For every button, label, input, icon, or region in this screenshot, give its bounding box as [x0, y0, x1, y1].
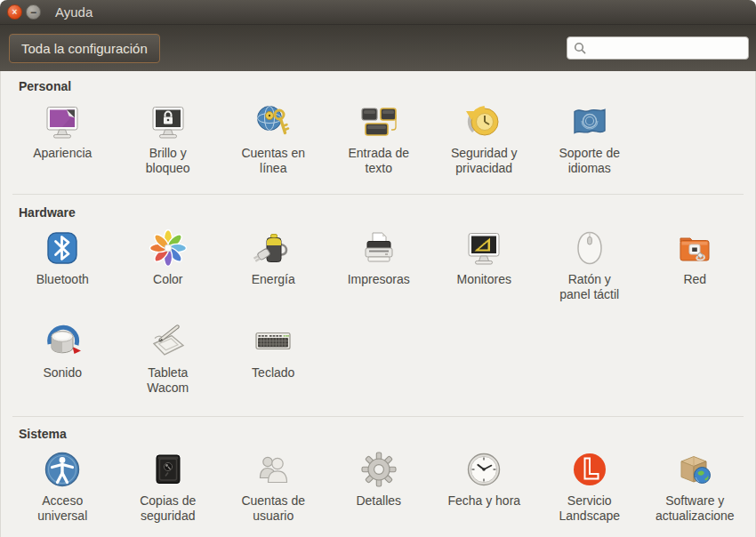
brightness-lock-icon	[147, 100, 189, 143]
item-label: Red	[683, 272, 706, 287]
details-icon	[358, 448, 400, 491]
item-label: Cuentas en línea	[241, 146, 305, 176]
item-label: Sonido	[43, 365, 82, 381]
settings-item-online-accounts[interactable]: Cuentas en línea	[221, 100, 326, 176]
item-label: Teclado	[252, 365, 294, 381]
settings-item-appearance[interactable]: Apariencia	[10, 100, 116, 176]
item-label: Bluetooth	[36, 272, 89, 287]
section-grid-personal: AparienciaBrillo y bloqueoCuentas en lín…	[1, 100, 755, 176]
section-title-hardware: Hardware	[19, 205, 755, 220]
universal-access-icon	[41, 448, 84, 491]
security-privacy-icon	[462, 100, 505, 143]
backup-icon	[147, 448, 189, 491]
settings-item-universal-access[interactable]: Acceso universal	[10, 448, 116, 524]
mouse-touchpad-icon	[568, 227, 611, 269]
color-icon	[147, 227, 189, 269]
item-label: Apariencia	[33, 146, 92, 161]
item-label: Cuentas de usuario	[241, 493, 305, 524]
appearance-icon	[41, 100, 84, 143]
item-label: Brillo y bloqueo	[146, 146, 190, 176]
settings-item-user-accounts[interactable]: Cuentas de usuario	[221, 448, 326, 524]
printers-icon	[358, 227, 400, 269]
all-settings-label: Toda la configuración	[21, 41, 148, 56]
settings-item-brightness-lock[interactable]: Brillo y bloqueo	[116, 100, 221, 176]
settings-item-wacom-tablet[interactable]: Tableta Wacom	[116, 320, 221, 396]
power-icon	[252, 227, 294, 269]
settings-item-software-updates[interactable]: Software y actualizacione	[642, 448, 748, 524]
settings-item-sound[interactable]: Sonido	[10, 320, 116, 396]
close-icon: ×	[12, 8, 18, 17]
online-accounts-icon	[252, 100, 294, 143]
settings-sections: PersonalAparienciaBrillo y bloqueoCuenta…	[0, 71, 756, 537]
system-settings-window: × − Ayuda Toda la configuración Personal…	[0, 0, 756, 537]
settings-item-color[interactable]: Color	[116, 227, 221, 302]
section-grid-hardware: BluetoothColorEnergíaImpresorasMonitores…	[1, 227, 755, 396]
section-separator	[12, 416, 744, 417]
bluetooth-icon	[41, 227, 84, 269]
window-title: Ayuda	[55, 4, 92, 20]
item-label: Impresoras	[348, 272, 410, 287]
text-entry-icon	[358, 100, 400, 143]
section-title-personal: Personal	[19, 79, 755, 94]
network-icon	[673, 227, 716, 269]
sound-icon	[41, 320, 84, 363]
software-updates-icon	[673, 448, 716, 491]
section-separator	[12, 194, 744, 195]
datetime-icon	[462, 448, 505, 491]
item-label: Soporte de idiomas	[559, 146, 621, 176]
item-label: Ratón y panel táctil	[559, 272, 619, 302]
item-label: Fecha y hora	[447, 493, 520, 509]
close-button[interactable]: ×	[7, 4, 22, 20]
user-accounts-icon	[252, 448, 294, 491]
settings-item-backup[interactable]: Copias de seguridad	[116, 448, 221, 524]
search-input[interactable]	[586, 39, 752, 57]
item-label: Energía	[252, 272, 295, 287]
settings-item-text-entry[interactable]: Entrada de texto	[326, 100, 432, 176]
settings-item-mouse-touchpad[interactable]: Ratón y panel táctil	[537, 227, 643, 302]
section-grid-sistema: Acceso universalCopias de seguridadCuent…	[1, 448, 755, 524]
keyboard-icon	[252, 320, 294, 363]
titlebar: × − Ayuda	[0, 0, 756, 25]
item-label: Software y actualizacione	[655, 493, 735, 524]
displays-icon	[462, 227, 505, 269]
settings-item-details[interactable]: Detalles	[326, 448, 432, 524]
item-label: Acceso universal	[37, 493, 87, 524]
wacom-tablet-icon	[147, 320, 189, 363]
settings-item-displays[interactable]: Monitores	[431, 227, 537, 302]
search-icon	[574, 42, 586, 54]
settings-item-language-support[interactable]: Soporte de idiomas	[537, 100, 643, 176]
settings-item-datetime[interactable]: Fecha y hora	[431, 448, 537, 524]
item-label: Seguridad y privacidad	[451, 146, 518, 176]
item-label: Servicio Landscape	[559, 493, 620, 524]
item-label: Color	[153, 272, 182, 287]
minimize-icon: −	[30, 7, 36, 18]
section-title-sistema: Sistema	[19, 427, 755, 442]
all-settings-button[interactable]: Toda la configuración	[9, 34, 160, 63]
settings-item-security-privacy[interactable]: Seguridad y privacidad	[431, 100, 537, 176]
item-label: Detalles	[356, 493, 401, 509]
language-support-icon	[568, 100, 611, 143]
settings-item-printers[interactable]: Impresoras	[326, 227, 432, 302]
search-box[interactable]	[567, 36, 749, 60]
settings-item-keyboard[interactable]: Teclado	[221, 320, 326, 396]
minimize-button[interactable]: −	[26, 4, 41, 20]
settings-item-network[interactable]: Red	[642, 227, 748, 302]
landscape-service-icon	[568, 448, 611, 491]
toolbar: Toda la configuración	[0, 25, 756, 71]
item-label: Monitores	[457, 272, 511, 287]
settings-item-power[interactable]: Energía	[221, 227, 326, 302]
settings-item-bluetooth[interactable]: Bluetooth	[10, 227, 116, 302]
item-label: Copias de seguridad	[140, 493, 196, 524]
item-label: Entrada de texto	[349, 146, 410, 176]
settings-item-landscape-service[interactable]: Servicio Landscape	[537, 448, 643, 524]
item-label: Tableta Wacom	[147, 365, 189, 396]
